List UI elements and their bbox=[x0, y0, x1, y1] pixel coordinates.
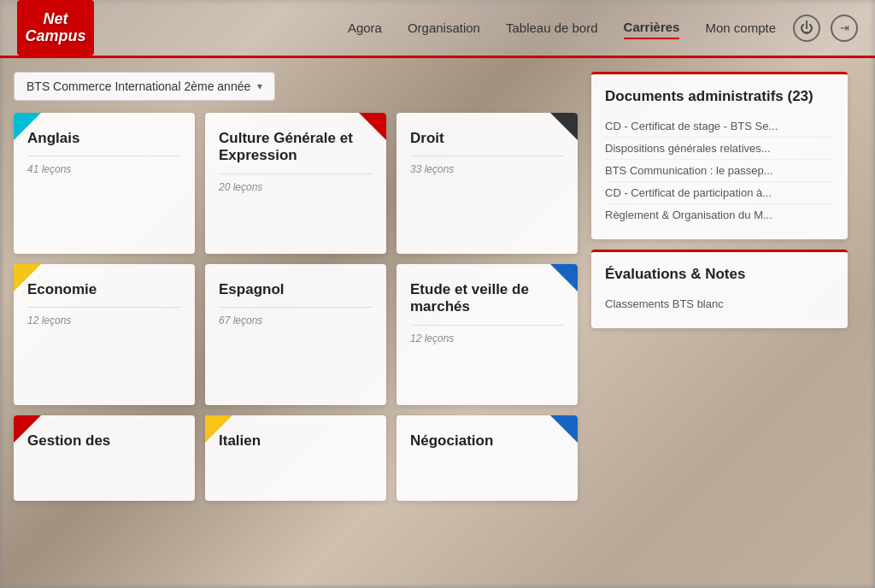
corner-icon-negociation bbox=[550, 415, 578, 443]
user-icon-button[interactable]: ⇥ bbox=[831, 15, 858, 42]
card-title-etude: Etude et veille de marchés bbox=[410, 281, 564, 316]
card-subtitle-espagnol: 67 leçons bbox=[219, 315, 373, 326]
power-icon: ⏻ bbox=[800, 21, 813, 36]
logo[interactable]: Net Campus NetCampus bbox=[17, 0, 94, 56]
doc-item-1[interactable]: CD - Certificat de stage - BTS Se... bbox=[605, 115, 834, 138]
card-gestion[interactable]: Gestion des bbox=[14, 415, 195, 501]
nav-mon-compte[interactable]: Mon compte bbox=[705, 17, 776, 38]
corner-icon-droit bbox=[550, 113, 578, 140]
doc-item-2[interactable]: Dispositions générales relatives... bbox=[605, 138, 834, 160]
card-subtitle-droit: 33 leçons bbox=[410, 163, 564, 175]
documents-title: Documents administratifs (23) bbox=[605, 88, 834, 105]
card-divider-espagnol bbox=[219, 307, 373, 308]
nav-carrieres[interactable]: Carrières bbox=[624, 16, 680, 39]
nav-organisation[interactable]: Organisation bbox=[408, 17, 480, 38]
card-subtitle-anglais: 41 leçons bbox=[27, 163, 181, 175]
card-divider-economie bbox=[27, 307, 181, 308]
nav-agora[interactable]: Agora bbox=[348, 17, 382, 38]
main-nav: Agora Organisation Tableau de bord Carri… bbox=[348, 16, 776, 39]
dropdown-arrow: ▾ bbox=[257, 80, 262, 92]
documents-box: Documents administratifs (23) CD - Certi… bbox=[591, 72, 848, 239]
user-icon: ⇥ bbox=[840, 21, 849, 34]
card-espagnol[interactable]: Espagnol 67 leçons bbox=[205, 264, 386, 405]
corner-icon-anglais bbox=[14, 113, 41, 140]
eval-item-1[interactable]: Classements BTS blanc bbox=[605, 293, 834, 315]
card-culture[interactable]: Culture Générale et Expression 20 leçons bbox=[205, 113, 386, 254]
card-title-gestion: Gestion des bbox=[27, 432, 181, 450]
header: Net Campus NetCampus Agora Organisation … bbox=[0, 0, 875, 58]
card-subtitle-economie: 12 leçons bbox=[27, 315, 181, 326]
card-divider-etude bbox=[410, 325, 564, 326]
card-subtitle-etude: 12 leçons bbox=[410, 332, 564, 344]
left-panel: BTS Commerce International 2ème année ▾ … bbox=[14, 72, 578, 574]
card-droit[interactable]: Droit 33 leçons bbox=[396, 113, 578, 254]
course-dropdown[interactable]: BTS Commerce International 2ème année ▾ bbox=[14, 72, 275, 101]
card-title-anglais: Anglais bbox=[27, 130, 181, 147]
card-title-economie: Economie bbox=[27, 281, 181, 298]
evaluations-title: Évaluations & Notes bbox=[605, 266, 834, 283]
power-button[interactable]: ⏻ bbox=[793, 15, 820, 42]
cards-grid: Anglais 41 leçons Culture Générale et Ex… bbox=[14, 113, 578, 501]
doc-item-4[interactable]: CD - Certificat de participation à... bbox=[605, 182, 834, 204]
card-negociation[interactable]: Négociation bbox=[396, 415, 578, 501]
card-subtitle-culture: 20 leçons bbox=[219, 181, 373, 193]
dropdown-bar: BTS Commerce International 2ème année ▾ bbox=[14, 72, 578, 101]
main-content: BTS Commerce International 2ème année ▾ … bbox=[0, 58, 875, 588]
nav-tableau-de-bord[interactable]: Tableau de bord bbox=[506, 17, 598, 38]
right-panel: Documents administratifs (23) CD - Certi… bbox=[591, 72, 848, 574]
card-divider-anglais bbox=[27, 156, 181, 156]
doc-item-5[interactable]: Règlement & Organisation du M... bbox=[605, 204, 834, 226]
corner-icon-economie bbox=[14, 264, 41, 291]
card-italien[interactable]: Italien bbox=[205, 415, 386, 501]
card-title-droit: Droit bbox=[410, 130, 564, 147]
evaluations-box: Évaluations & Notes Classements BTS blan… bbox=[591, 250, 848, 328]
card-divider-droit bbox=[410, 156, 564, 156]
dropdown-label: BTS Commerce International 2ème année bbox=[26, 79, 250, 93]
card-title-italien: Italien bbox=[219, 432, 373, 450]
card-etude[interactable]: Etude et veille de marchés 12 leçons bbox=[396, 264, 578, 405]
card-economie[interactable]: Economie 12 leçons bbox=[14, 264, 195, 405]
corner-icon-italien bbox=[205, 415, 232, 443]
corner-icon-etude bbox=[550, 264, 578, 291]
header-icons: ⏻ ⇥ bbox=[793, 15, 858, 42]
logo-text: Net Campus NetCampus bbox=[25, 11, 85, 45]
card-title-negociation: Négociation bbox=[410, 432, 564, 450]
corner-icon-culture bbox=[359, 113, 386, 140]
card-divider-culture bbox=[219, 173, 373, 174]
card-title-culture: Culture Générale et Expression bbox=[219, 130, 373, 165]
card-anglais[interactable]: Anglais 41 leçons bbox=[14, 113, 195, 254]
corner-icon-gestion bbox=[14, 415, 41, 443]
doc-item-3[interactable]: BTS Communication : le passep... bbox=[605, 160, 834, 182]
card-title-espagnol: Espagnol bbox=[219, 281, 373, 298]
